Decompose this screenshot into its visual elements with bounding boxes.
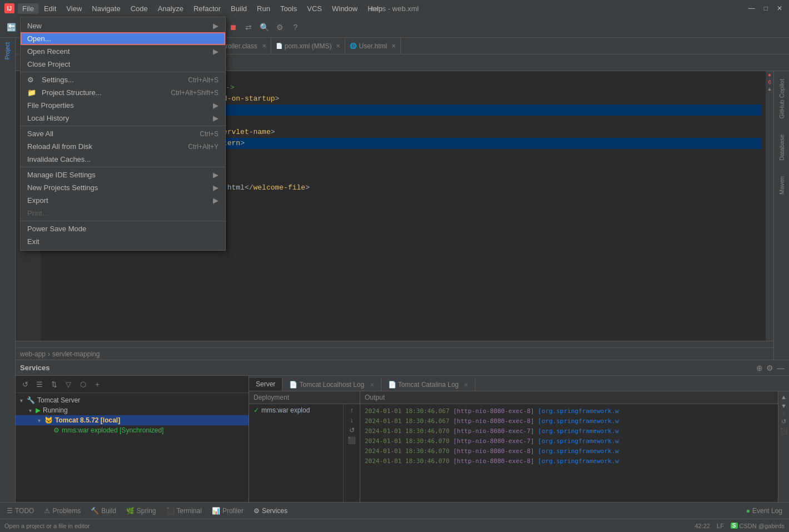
menu-power-save[interactable]: Power Save Mode — [21, 222, 225, 235]
menu-arrow-export: ▶ — [213, 196, 219, 205]
menu-export[interactable]: Export ▶ — [21, 194, 225, 207]
menu-open-recent[interactable]: Open Recent ▶ — [21, 45, 225, 58]
menu-divider-4 — [21, 221, 225, 221]
file-menu-dropdown: New ▶ Open... Open Recent ▶ Close Projec… — [20, 17, 226, 251]
menu-project-structure[interactable]: 📁 Project Structure... Ctrl+Alt+Shift+S — [21, 86, 225, 99]
menu-save-all[interactable]: Save All Ctrl+S — [21, 127, 225, 140]
menu-settings[interactable]: ⚙ Settings... Ctrl+Alt+S — [21, 73, 225, 86]
menu-new-projects[interactable]: New Projects Settings ▶ — [21, 181, 225, 194]
menu-divider-3 — [21, 167, 225, 167]
project-structure-icon: 📁 — [27, 88, 38, 97]
menu-manage-ide[interactable]: Manage IDE Settings ▶ — [21, 168, 225, 181]
menu-arrow-fileprops: ▶ — [213, 101, 219, 110]
menu-invalidate-caches[interactable]: Invalidate Caches... — [21, 153, 225, 166]
menu-new[interactable]: New ▶ — [21, 19, 225, 32]
menu-arrow-manage-ide: ▶ — [213, 171, 219, 179]
menu-close-project[interactable]: Close Project — [21, 58, 225, 71]
menu-arrow-history: ▶ — [213, 114, 219, 122]
menu-divider-1 — [21, 72, 225, 72]
menu-arrow-new: ▶ — [213, 22, 219, 30]
menu-file-properties[interactable]: File Properties ▶ — [21, 99, 225, 112]
menu-arrow-recent: ▶ — [213, 47, 219, 56]
menu-reload-all[interactable]: Reload All from Disk Ctrl+Alt+Y — [21, 140, 225, 153]
menu-overlay[interactable]: New ▶ Open... Open Recent ▶ Close Projec… — [0, 0, 789, 532]
menu-open[interactable]: Open... — [21, 32, 225, 45]
menu-exit[interactable]: Exit — [21, 235, 225, 248]
menu-local-history[interactable]: Local History ▶ — [21, 112, 225, 125]
settings-icon: ⚙ — [27, 76, 38, 84]
menu-arrow-new-projects: ▶ — [213, 183, 219, 192]
menu-print: Print... — [21, 207, 225, 220]
menu-divider-2 — [21, 126, 225, 126]
